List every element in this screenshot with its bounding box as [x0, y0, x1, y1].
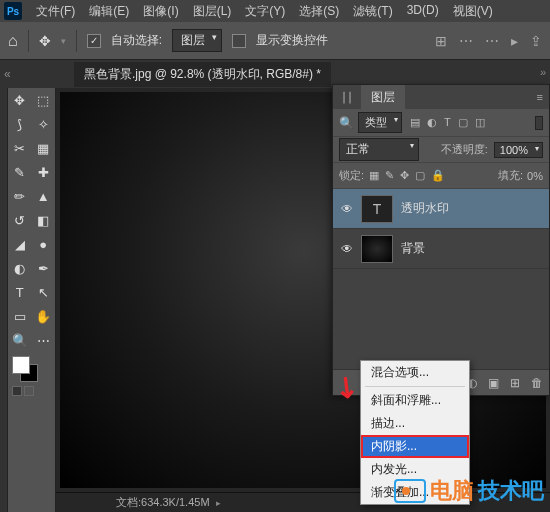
- overflow-icon[interactable]: ▸: [511, 33, 518, 49]
- path-tool[interactable]: ↖: [32, 280, 56, 304]
- share-icon[interactable]: ⇪: [530, 33, 542, 49]
- filter-shape-icon[interactable]: ▢: [458, 116, 468, 129]
- toolbox: ✥⬚ ⟆✧ ✂▦ ✎✚ ✏▲ ↺◧ ◢● ◐✒ T↖ ▭✋ 🔍⋯: [8, 88, 56, 512]
- document-tab[interactable]: 黑色背景.jpg @ 92.8% (透明水印, RGB/8#) *: [74, 62, 331, 87]
- filter-adjust-icon[interactable]: ◐: [427, 116, 437, 129]
- screenmode-icon[interactable]: [24, 386, 34, 396]
- menu-type[interactable]: 文字(Y): [239, 3, 291, 20]
- delete-icon[interactable]: 🗑: [531, 376, 543, 390]
- menu-bevel[interactable]: 斜面和浮雕...: [361, 389, 469, 412]
- layer-thumb[interactable]: [361, 235, 393, 263]
- lock-all-icon[interactable]: 🔒: [431, 169, 445, 182]
- more-icon[interactable]: ⋯: [485, 33, 499, 49]
- marquee-tool[interactable]: ⬚: [32, 88, 56, 112]
- layer-thumb[interactable]: T: [361, 195, 393, 223]
- watermark: 电脑 技术吧: [394, 476, 544, 506]
- lock-position-icon[interactable]: ✥: [400, 169, 409, 182]
- pen-tool[interactable]: ✒: [32, 256, 56, 280]
- layer-item[interactable]: 👁 背景: [333, 229, 549, 269]
- layers-panel: ┃┃ 图层 ≡ 🔍 类型 ▤ ◐ T ▢ ◫ 正常 不透明度: 100% 锁定:…: [332, 84, 550, 396]
- menu-image[interactable]: 图像(I): [137, 3, 184, 20]
- lock-label: 锁定:: [339, 168, 364, 183]
- layer-spacer: [333, 269, 549, 369]
- type-tool[interactable]: T: [8, 280, 32, 304]
- watermark-text: 技术吧: [478, 476, 544, 506]
- menu-edit[interactable]: 编辑(E): [83, 3, 135, 20]
- layers-tab[interactable]: 图层: [361, 85, 405, 110]
- menu-stroke[interactable]: 描边...: [361, 412, 469, 435]
- home-icon[interactable]: ⌂: [8, 32, 18, 50]
- stamp-tool[interactable]: ▲: [32, 184, 56, 208]
- menu-blend-options[interactable]: 混合选项...: [361, 361, 469, 384]
- history-brush-tool[interactable]: ↺: [8, 208, 32, 232]
- menu-3d[interactable]: 3D(D): [401, 3, 445, 20]
- blend-row: 正常 不透明度: 100%: [333, 137, 549, 163]
- visibility-icon[interactable]: 👁: [333, 242, 361, 256]
- opacity-value[interactable]: 100%: [494, 142, 543, 158]
- shape-tool[interactable]: ▭: [8, 304, 32, 328]
- collapse-icon[interactable]: «: [4, 67, 11, 81]
- dropdown-icon[interactable]: ▾: [61, 36, 66, 46]
- status-menu-icon[interactable]: ▸: [216, 498, 221, 508]
- quickmask-icon[interactable]: [12, 386, 22, 396]
- options-bar: ⌂ ✥ ▾ ✓ 自动选择: 图层 ✓ 显示变换控件 ⊞ ⋯ ⋯ ▸ ⇪: [0, 22, 550, 60]
- filter-toggle[interactable]: [535, 116, 543, 130]
- layer-name[interactable]: 透明水印: [401, 200, 449, 217]
- filter-type-icon[interactable]: T: [444, 116, 451, 129]
- menu-layer[interactable]: 图层(L): [187, 3, 238, 20]
- lock-pixels-icon[interactable]: ▦: [369, 169, 379, 182]
- lock-row: 锁定: ▦ ✎ ✥ ▢ 🔒 填充: 0%: [333, 163, 549, 189]
- lock-icons: ▦ ✎ ✥ ▢ 🔒: [369, 169, 445, 182]
- fill-value[interactable]: 0%: [527, 170, 543, 182]
- eyedropper-tool[interactable]: ✎: [8, 160, 32, 184]
- wand-tool[interactable]: ✧: [32, 112, 56, 136]
- doc-size-label: 文档:634.3K/1.45M: [116, 495, 210, 510]
- separator: [28, 30, 29, 52]
- filter-smart-icon[interactable]: ◫: [475, 116, 485, 129]
- edit-toolbar[interactable]: ⋯: [32, 328, 56, 352]
- auto-select-target[interactable]: 图层: [172, 29, 222, 52]
- watermark-icon: [394, 479, 426, 503]
- panel-grip-icon[interactable]: ┃┃: [333, 92, 361, 103]
- foreground-swatch[interactable]: [12, 356, 30, 374]
- frame-tool[interactable]: ▦: [32, 136, 56, 160]
- layer-item[interactable]: 👁 T 透明水印: [333, 189, 549, 229]
- move-tool[interactable]: ✥: [8, 88, 32, 112]
- tool-rail: [0, 88, 8, 512]
- blend-mode-dropdown[interactable]: 正常: [339, 138, 419, 161]
- lock-artboard-icon[interactable]: ▢: [415, 169, 425, 182]
- visibility-icon[interactable]: 👁: [333, 202, 361, 216]
- lasso-tool[interactable]: ⟆: [8, 112, 32, 136]
- heal-tool[interactable]: ✚: [32, 160, 56, 184]
- auto-select-checkbox[interactable]: ✓: [87, 34, 101, 48]
- align-icon[interactable]: ⊞: [435, 33, 447, 49]
- layer-list: 👁 T 透明水印 👁 背景: [333, 189, 549, 369]
- new-layer-icon[interactable]: ⊞: [510, 376, 520, 390]
- menu-inner-shadow[interactable]: 内阴影...: [361, 435, 469, 458]
- panel-menu-icon[interactable]: ≡: [537, 91, 549, 103]
- lock-brush-icon[interactable]: ✎: [385, 169, 394, 182]
- menu-view[interactable]: 视图(V): [447, 3, 499, 20]
- search-icon[interactable]: 🔍: [339, 116, 354, 130]
- group-icon[interactable]: ▣: [488, 376, 499, 390]
- title-bar: Ps 文件(F) 编辑(E) 图像(I) 图层(L) 文字(Y) 选择(S) 滤…: [0, 0, 550, 22]
- menu-select[interactable]: 选择(S): [293, 3, 345, 20]
- menu-file[interactable]: 文件(F): [30, 3, 81, 20]
- show-transform-checkbox[interactable]: ✓: [232, 34, 246, 48]
- filter-kind-dropdown[interactable]: 类型: [358, 112, 402, 133]
- panel-collapse-icon[interactable]: »: [536, 62, 550, 82]
- zoom-tool[interactable]: 🔍: [8, 328, 32, 352]
- color-swatches[interactable]: [8, 352, 55, 400]
- layer-name[interactable]: 背景: [401, 240, 425, 257]
- distribute-icon[interactable]: ⋯: [459, 33, 473, 49]
- eraser-tool[interactable]: ◧: [32, 208, 56, 232]
- blur-tool[interactable]: ●: [32, 232, 56, 256]
- menu-filter[interactable]: 滤镜(T): [347, 3, 398, 20]
- filter-pixel-icon[interactable]: ▤: [410, 116, 420, 129]
- gradient-tool[interactable]: ◢: [8, 232, 32, 256]
- dodge-tool[interactable]: ◐: [8, 256, 32, 280]
- hand-tool[interactable]: ✋: [32, 304, 56, 328]
- brush-tool[interactable]: ✏: [8, 184, 32, 208]
- move-tool-icon: ✥: [39, 33, 51, 49]
- crop-tool[interactable]: ✂: [8, 136, 32, 160]
